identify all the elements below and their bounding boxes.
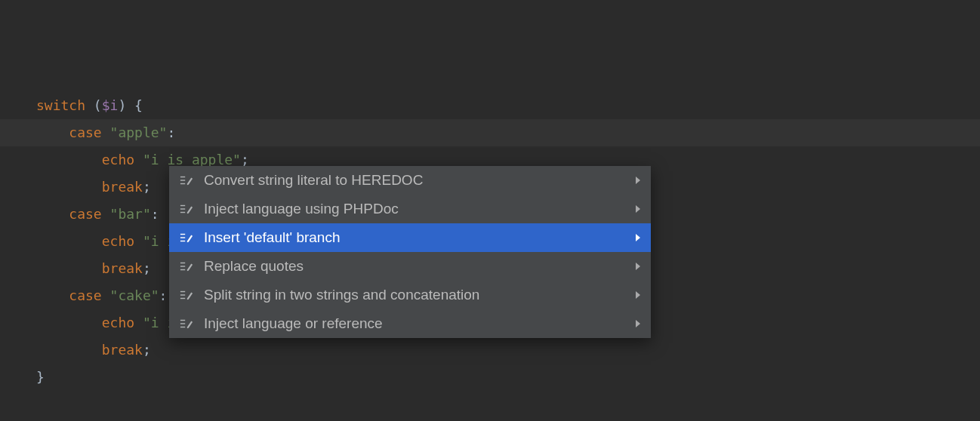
code-token: echo xyxy=(102,315,143,330)
intention-action-label: Inject language or reference xyxy=(204,315,636,332)
code-token: : xyxy=(167,124,175,140)
code-line: switch ($i) { xyxy=(36,92,980,119)
code-token: ; xyxy=(241,152,249,167)
intention-edit-icon xyxy=(180,174,196,186)
code-token xyxy=(36,260,102,276)
chevron-right-icon xyxy=(636,320,640,327)
code-token: ; xyxy=(143,179,151,195)
code-token: break xyxy=(102,342,143,358)
code-token: ) { xyxy=(118,97,143,113)
code-token: ( xyxy=(94,97,102,113)
code-token xyxy=(36,287,69,303)
intention-action-label: Insert 'default' branch xyxy=(204,229,636,246)
chevron-right-icon xyxy=(636,205,640,213)
intention-action-item[interactable]: Convert string literal to HEREDOC xyxy=(169,166,651,195)
intention-edit-icon xyxy=(180,260,196,272)
code-token xyxy=(36,124,69,140)
code-token: "bar" xyxy=(110,206,151,222)
chevron-right-icon xyxy=(636,291,640,299)
code-token: break xyxy=(102,179,143,195)
intention-action-label: Convert string literal to HEREDOC xyxy=(204,172,636,189)
code-token: switch xyxy=(36,97,94,113)
code-line: break; xyxy=(36,336,980,364)
intention-action-item[interactable]: Insert 'default' branch xyxy=(169,223,651,252)
code-token xyxy=(36,233,102,249)
intention-action-item[interactable]: Inject language or reference xyxy=(169,309,651,338)
chevron-right-icon xyxy=(636,177,640,184)
intention-action-item[interactable]: Split string in two strings and concaten… xyxy=(169,281,651,309)
code-line: } xyxy=(36,364,980,391)
intention-edit-icon xyxy=(180,232,196,244)
intention-action-item[interactable]: Inject language using PHPDoc xyxy=(169,195,651,223)
code-token: "apple" xyxy=(110,124,168,140)
code-token: case xyxy=(69,206,109,222)
chevron-right-icon xyxy=(636,263,640,270)
code-token: "cake" xyxy=(110,287,159,303)
code-token: case xyxy=(69,124,109,140)
code-token xyxy=(36,342,102,358)
code-line: case "apple": xyxy=(36,119,980,146)
intention-action-item[interactable]: Replace quotes xyxy=(169,252,651,281)
code-token xyxy=(36,152,102,167)
code-token: case xyxy=(69,287,109,303)
code-token: : xyxy=(159,287,168,303)
code-token: } xyxy=(36,369,45,385)
code-token: "i is apple" xyxy=(143,152,241,167)
code-token xyxy=(36,206,69,222)
code-token: echo xyxy=(102,152,143,167)
intention-edit-icon xyxy=(180,203,196,215)
intention-actions-popup[interactable]: Convert string literal to HEREDOC Inject… xyxy=(169,166,651,338)
intention-edit-icon xyxy=(180,289,196,301)
code-token: ; xyxy=(143,342,151,358)
chevron-right-icon xyxy=(636,234,640,241)
intention-action-label: Inject language using PHPDoc xyxy=(204,201,636,217)
code-token xyxy=(36,315,102,330)
code-token: break xyxy=(102,260,143,276)
intention-edit-icon xyxy=(180,318,196,330)
code-token xyxy=(36,179,102,195)
code-token: : xyxy=(151,206,159,222)
code-token: $i xyxy=(102,97,119,113)
code-token: echo xyxy=(102,233,143,249)
intention-action-label: Replace quotes xyxy=(204,258,636,275)
code-token: ; xyxy=(143,260,151,276)
intention-action-label: Split string in two strings and concaten… xyxy=(204,287,636,303)
